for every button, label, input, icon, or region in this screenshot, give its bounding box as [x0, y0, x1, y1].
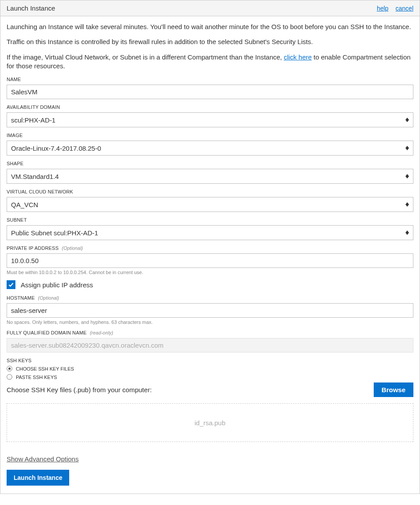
ssh-paste-label: PASTE SSH KEYS [16, 375, 57, 380]
subnet-group: SUBNET Public Subnet scul:PHX-AD-1 [7, 217, 413, 240]
chevron-updown-icon [404, 116, 410, 124]
assign-public-ip-label: Assign public IP address [21, 281, 93, 289]
name-label: NAME [7, 77, 413, 82]
ssh-prompt: Choose SSH Key files (.pub) from your co… [7, 386, 152, 394]
svg-marker-5 [405, 176, 409, 178]
ssh-choose-files-row: CHOOSE SSH KEY FILES [7, 366, 413, 371]
image-select[interactable]: Oracle-Linux-7.4-2017.08.25-0 [7, 141, 413, 156]
hostname-label: HOSTNAME (Optional) [7, 295, 413, 301]
subnet-select[interactable]: Public Subnet scul:PHX-AD-1 [7, 225, 413, 240]
ssh-choose-files-radio[interactable] [7, 366, 12, 371]
subnet-label: SUBNET [7, 217, 413, 223]
chevron-updown-icon [404, 229, 410, 237]
svg-marker-3 [405, 148, 409, 150]
vcn-group: VIRTUAL CLOUD NETWORK QA_VCN [7, 189, 413, 212]
cancel-link[interactable]: cancel [396, 5, 413, 12]
intro-p2: Traffic on this Instance is controlled b… [7, 37, 413, 46]
hostname-input[interactable] [7, 303, 413, 318]
private-ip-group: PRIVATE IP ADDRESS (Optional) Must be wi… [7, 245, 413, 275]
assign-public-ip-checkbox[interactable] [7, 280, 15, 289]
ssh-choose-files-label: CHOOSE SSH KEY FILES [16, 366, 74, 371]
ssh-browse-row: Choose SSH Key files (.pub) from your co… [7, 382, 413, 397]
header-links: help cancel [372, 4, 413, 12]
launch-instance-button[interactable]: Launch Instance [7, 470, 69, 486]
browse-button[interactable]: Browse [374, 382, 413, 397]
svg-marker-9 [405, 233, 409, 235]
image-group: IMAGE Oracle-Linux-7.4-2017.08.25-0 [7, 133, 413, 156]
ssh-paste-radio[interactable] [7, 374, 12, 380]
private-ip-label: PRIVATE IP ADDRESS (Optional) [7, 245, 413, 251]
svg-marker-7 [405, 204, 409, 207]
image-label: IMAGE [7, 133, 413, 138]
intro-text: Launching an Instance will take several … [7, 22, 413, 71]
hostname-help: No spaces. Only letters, numbers, and hy… [7, 319, 413, 325]
fqdn-label: FULLY QUALIFIED DOMAIN NAME (read-only) [7, 330, 413, 335]
assign-public-ip-row: Assign public IP address [7, 280, 413, 289]
fqdn-group: FULLY QUALIFIED DOMAIN NAME (read-only) [7, 330, 413, 353]
ssh-file-dropzone[interactable]: id_rsa.pub [7, 403, 413, 442]
dialog-title: Launch Instance [7, 4, 55, 12]
availability-domain-label: AVAILABILITY DOMAIN [7, 104, 413, 110]
svg-marker-1 [405, 120, 409, 122]
shape-select[interactable]: VM.Standard1.4 [7, 169, 413, 184]
ssh-keys-group: SSH KEYS CHOOSE SSH KEY FILES PASTE SSH … [7, 358, 413, 442]
availability-domain-group: AVAILABILITY DOMAIN scul:PHX-AD-1 [7, 104, 413, 127]
chevron-updown-icon [404, 201, 410, 208]
availability-domain-select[interactable]: scul:PHX-AD-1 [7, 112, 413, 127]
name-group: NAME [7, 77, 413, 99]
shape-group: SHAPE VM.Standard1.4 [7, 161, 413, 184]
compartment-click-here-link[interactable]: click here [284, 53, 312, 61]
vcn-select[interactable]: QA_VCN [7, 197, 413, 212]
chevron-updown-icon [404, 172, 410, 180]
ssh-paste-row: PASTE SSH KEYS [7, 374, 413, 380]
name-input[interactable] [7, 85, 413, 99]
ssh-keys-label: SSH KEYS [7, 358, 413, 363]
dialog-content: Launching an Instance will take several … [0, 16, 420, 494]
ssh-file-name: id_rsa.pub [194, 419, 225, 427]
show-advanced-options-link[interactable]: Show Advanced Options [7, 455, 78, 463]
intro-p1: Launching an Instance will take several … [7, 22, 413, 31]
launch-instance-dialog: Launch Instance help cancel Launching an… [0, 0, 420, 494]
intro-p3: If the image, Virtual Cloud Network, or … [7, 53, 413, 71]
vcn-label: VIRTUAL CLOUD NETWORK [7, 189, 413, 194]
private-ip-input[interactable] [7, 253, 413, 268]
help-link[interactable]: help [377, 5, 388, 12]
chevron-updown-icon [404, 144, 410, 152]
dialog-header: Launch Instance help cancel [0, 0, 420, 16]
shape-label: SHAPE [7, 161, 413, 166]
fqdn-input [7, 338, 413, 353]
private-ip-help: Must be within 10.0.0.2 to 10.0.0.254. C… [7, 270, 413, 275]
hostname-group: HOSTNAME (Optional) No spaces. Only lett… [7, 295, 413, 325]
